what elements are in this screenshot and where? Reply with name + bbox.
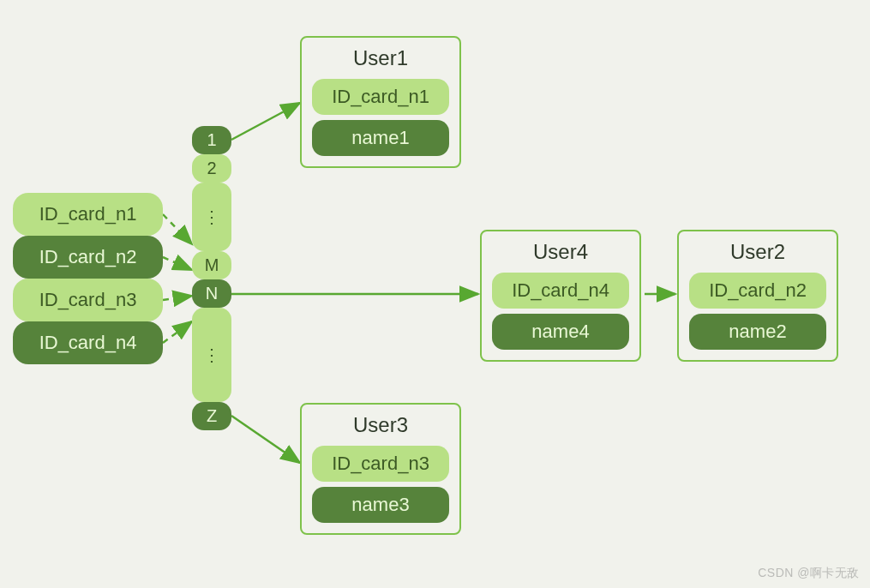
diagram-stage: ID_card_n1 ID_card_n2 ID_card_n3 ID_card… bbox=[0, 0, 870, 588]
hash-bucket: ⋮ bbox=[192, 183, 231, 251]
user-id-field: ID_card_n1 bbox=[312, 79, 449, 115]
key-item: ID_card_n3 bbox=[13, 279, 163, 321]
user-name-field: name4 bbox=[492, 314, 629, 350]
hash-bucket: 1 bbox=[192, 126, 231, 154]
hash-arrow-dashed bbox=[163, 214, 192, 244]
hash-bucket: 2 bbox=[192, 154, 231, 183]
user-box-user1: User1 ID_card_n1 name1 bbox=[300, 36, 461, 168]
hash-bucket: Z bbox=[192, 402, 231, 430]
pointer-arrow bbox=[231, 416, 300, 463]
user-title: User2 bbox=[730, 240, 785, 264]
user-id-field: ID_card_n2 bbox=[689, 273, 826, 309]
user-title: User1 bbox=[353, 46, 408, 70]
watermark-text: CSDN @啊卡无敌 bbox=[758, 566, 860, 581]
key-item: ID_card_n4 bbox=[13, 321, 163, 364]
hash-bucket: M bbox=[192, 251, 231, 279]
key-item: ID_card_n1 bbox=[13, 193, 163, 236]
user-box-user2: User2 ID_card_n2 name2 bbox=[677, 230, 838, 362]
hash-arrow-dashed bbox=[163, 296, 192, 300]
pointer-arrow bbox=[231, 103, 300, 140]
user-id-field: ID_card_n4 bbox=[492, 273, 629, 309]
key-item: ID_card_n2 bbox=[13, 236, 163, 279]
hash-bucket: ⋮ bbox=[192, 308, 231, 402]
user-name-field: name3 bbox=[312, 487, 449, 523]
keys-column: ID_card_n1 ID_card_n2 ID_card_n3 ID_card… bbox=[13, 193, 163, 364]
user-id-field: ID_card_n3 bbox=[312, 446, 449, 482]
user-title: User3 bbox=[353, 413, 408, 437]
hash-arrow-dashed bbox=[163, 321, 192, 343]
user-box-user3: User3 ID_card_n3 name3 bbox=[300, 403, 461, 535]
user-title: User4 bbox=[533, 240, 588, 264]
user-box-user4: User4 ID_card_n4 name4 bbox=[480, 230, 641, 362]
user-name-field: name2 bbox=[689, 314, 826, 350]
hash-arrow-dashed bbox=[163, 257, 192, 270]
hash-bucket: N bbox=[192, 279, 231, 308]
user-name-field: name1 bbox=[312, 120, 449, 156]
